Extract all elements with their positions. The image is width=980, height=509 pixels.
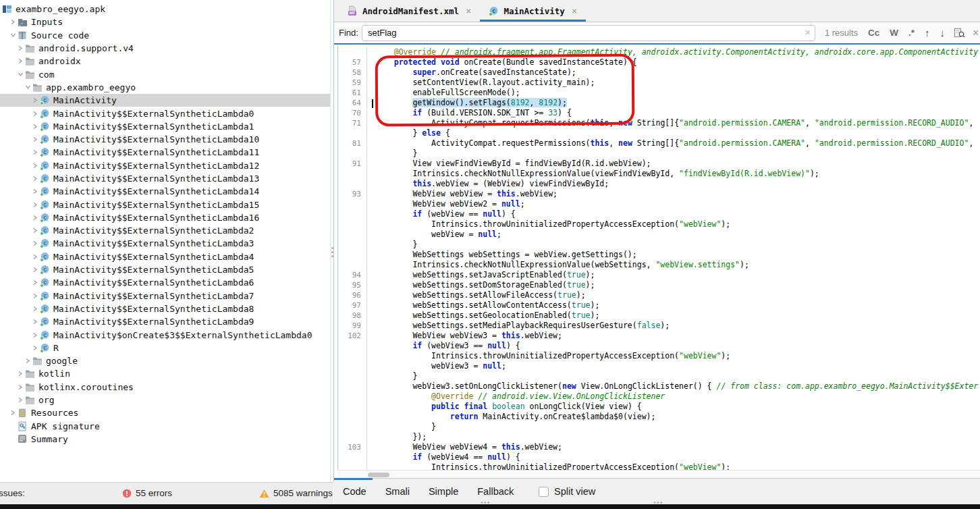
class-icon: c <box>39 225 50 236</box>
tree-item-resources[interactable]: Resources <box>0 406 330 419</box>
view-tab-simple[interactable]: Simple <box>429 486 458 497</box>
view-tab-code[interactable]: Code <box>343 486 366 497</box>
tree-item-mainactivity-externalsyntheticlambda9[interactable]: cMainActivity$$ExternalSyntheticLambda9 <box>0 315 330 328</box>
tree-item-kotlin[interactable]: kotlin <box>0 367 330 380</box>
tree-item-mainactivity-externalsyntheticlambda6[interactable]: cMainActivity$$ExternalSyntheticLambda6 <box>0 276 330 289</box>
tree-item-apk-signature[interactable]: APK signature <box>0 420 330 433</box>
chevron-right-icon[interactable] <box>31 240 39 246</box>
chevron-right-icon[interactable] <box>24 358 32 364</box>
tree-item-com[interactable]: com <box>0 68 330 80</box>
tree-item-mainactivity-externalsyntheticlambda16[interactable]: cMainActivity$$ExternalSyntheticLambda16 <box>0 211 330 224</box>
chevron-right-icon[interactable] <box>31 136 39 142</box>
close-tab-icon[interactable]: × <box>466 5 471 16</box>
tree-item-mainactivity-externalsyntheticlambda4[interactable]: cMainActivity$$ExternalSyntheticLambda4 <box>0 250 330 263</box>
line-number: 61 <box>338 88 367 98</box>
chevron-right-icon[interactable] <box>31 124 39 130</box>
find-previous-button[interactable]: ↑ <box>925 27 930 38</box>
chevron-down-icon[interactable] <box>16 72 24 77</box>
tree-item-inputs[interactable]: Inputs <box>0 16 330 28</box>
chevron-right-icon[interactable] <box>31 267 39 273</box>
chevron-right-icon[interactable] <box>31 332 39 338</box>
chevron-right-icon[interactable] <box>31 149 39 155</box>
tree-item-exambro-eegyo-apk[interactable]: exambro_eegyo.apk <box>0 3 330 16</box>
tree-item-label: MainActivity$$ExternalSyntheticLambda1 <box>53 122 254 132</box>
chevron-right-icon[interactable] <box>31 202 39 208</box>
tree-item-app-exambro-eegyo[interactable]: app.exambro_eegyo <box>0 81 330 94</box>
match-case-button[interactable]: Cc <box>868 28 879 38</box>
find-next-button[interactable]: ↓ <box>940 27 946 38</box>
clear-find-icon[interactable]: × <box>805 26 811 38</box>
code-line: 97 webSettings.setAllowContentAccess(tru… <box>338 300 980 311</box>
tree-item-org[interactable]: org <box>0 394 330 406</box>
line-number <box>338 260 367 270</box>
tree-item-android-support-v4[interactable]: android.support.v4 <box>0 42 330 55</box>
tree-item-label: MainActivity$$ExternalSyntheticLambda0 <box>53 109 254 119</box>
tree-item-r[interactable]: cR <box>0 342 330 354</box>
chevron-right-icon[interactable] <box>16 384 24 390</box>
tree-item-summary[interactable]: Summary <box>0 433 330 446</box>
tree-item-androidx[interactable]: androidx <box>0 55 330 68</box>
splitter-grip-icon[interactable] <box>331 247 333 249</box>
search-in-files-icon[interactable] <box>954 28 965 38</box>
find-input[interactable] <box>362 25 815 41</box>
tree-item-mainactivity-externalsyntheticlambda14[interactable]: cMainActivity$$ExternalSyntheticLambda14 <box>0 185 330 198</box>
horizontal-scrollbar-thumb[interactable] <box>368 473 389 477</box>
split-view-toggle[interactable]: Split view <box>539 486 595 497</box>
editor-tab-androidmanifest-xml[interactable]: MFAndroidManifest.xml× <box>338 0 480 22</box>
view-tab-smali[interactable]: Smali <box>385 486 410 497</box>
inputs-icon <box>17 17 28 27</box>
tree-item-mainactivity[interactable]: cMainActivity <box>0 94 330 107</box>
chevron-right-icon[interactable] <box>16 45 24 51</box>
chevron-right-icon[interactable] <box>31 215 39 221</box>
tree-item-mainactivity-externalsyntheticlambda10[interactable]: cMainActivity$$ExternalSyntheticLambda10 <box>0 133 330 146</box>
chevron-right-icon[interactable] <box>31 293 39 299</box>
code-editor[interactable]: @Override // androidx.fragment.app.Fragm… <box>337 46 980 470</box>
tree-item-source-code[interactable]: Source code <box>0 29 330 42</box>
svg-text:c: c <box>43 227 47 234</box>
regex-button[interactable]: .* <box>908 28 915 38</box>
chevron-right-icon[interactable] <box>16 58 24 64</box>
tree-item-kotlinx-coroutines[interactable]: kotlinx.coroutines <box>0 381 330 394</box>
chevron-down-icon[interactable] <box>9 32 17 38</box>
chevron-right-icon[interactable] <box>31 306 39 312</box>
code-text: if (webView3 == null) { <box>375 341 520 351</box>
chevron-down-icon[interactable] <box>24 84 32 90</box>
chevron-right-icon[interactable] <box>9 19 17 25</box>
chevron-right-icon[interactable] <box>31 97 39 103</box>
chevron-right-icon[interactable] <box>31 188 39 194</box>
chevron-right-icon[interactable] <box>31 254 39 260</box>
svg-text:c: c <box>43 318 47 325</box>
close-find-bar-icon[interactable]: × <box>973 27 979 39</box>
tree-item-mainactivity-externalsyntheticlambda5[interactable]: cMainActivity$$ExternalSyntheticLambda5 <box>0 263 330 276</box>
close-tab-icon[interactable]: × <box>572 5 577 16</box>
tree-item-mainactivity-externalsyntheticlambda3[interactable]: cMainActivity$$ExternalSyntheticLambda3 <box>0 237 330 250</box>
tree-item-mainactivity-externalsyntheticlambda7[interactable]: cMainActivity$$ExternalSyntheticLambda7 <box>0 290 330 302</box>
whole-word-button[interactable]: W <box>890 28 898 38</box>
chevron-right-icon[interactable] <box>31 227 39 234</box>
code-line: Intrinsics.throwUninitializedPropertyAcc… <box>338 219 980 230</box>
tree-item-google[interactable]: google <box>0 354 330 367</box>
chevron-right-icon[interactable] <box>16 397 24 403</box>
chevron-right-icon[interactable] <box>31 345 39 351</box>
chevron-right-icon[interactable] <box>31 176 39 182</box>
chevron-right-icon[interactable] <box>9 410 17 416</box>
chevron-right-icon[interactable] <box>31 111 39 117</box>
tree-item-mainactivity-externalsyntheticlambda2[interactable]: cMainActivity$$ExternalSyntheticLambda2 <box>0 224 330 237</box>
chevron-right-icon[interactable] <box>16 371 24 377</box>
code-line: } <box>338 240 980 250</box>
tree-item-mainactivity-externalsyntheticlambda12[interactable]: cMainActivity$$ExternalSyntheticLambda12 <box>0 159 330 172</box>
horizontal-scrollbar[interactable] <box>337 470 980 478</box>
tree-item-mainactivity-oncreate-3-externalsyntheticlambda0[interactable]: cMainActivity$onCreate$3$$ExternalSynthe… <box>0 328 330 341</box>
tree-item-mainactivity-externalsyntheticlambda13[interactable]: cMainActivity$$ExternalSyntheticLambda13 <box>0 172 330 185</box>
chevron-right-icon[interactable] <box>31 163 39 169</box>
editor-tab-mainactivity[interactable]: cMainActivity× <box>480 0 586 22</box>
tree-item-mainactivity-externalsyntheticlambda0[interactable]: cMainActivity$$ExternalSyntheticLambda0 <box>0 107 330 119</box>
chevron-right-icon[interactable] <box>31 279 39 286</box>
tree-item-mainactivity-externalsyntheticlambda8[interactable]: cMainActivity$$ExternalSyntheticLambda8 <box>0 302 330 315</box>
view-tab-fallback[interactable]: Fallback <box>477 486 514 497</box>
chevron-right-icon[interactable] <box>31 319 39 325</box>
split-view-checkbox[interactable] <box>539 487 549 497</box>
tree-item-mainactivity-externalsyntheticlambda1[interactable]: cMainActivity$$ExternalSyntheticLambda1 <box>0 120 330 133</box>
tree-item-mainactivity-externalsyntheticlambda11[interactable]: cMainActivity$$ExternalSyntheticLambda11 <box>0 146 330 159</box>
tree-item-mainactivity-externalsyntheticlambda15[interactable]: cMainActivity$$ExternalSyntheticLambda15 <box>0 198 330 211</box>
